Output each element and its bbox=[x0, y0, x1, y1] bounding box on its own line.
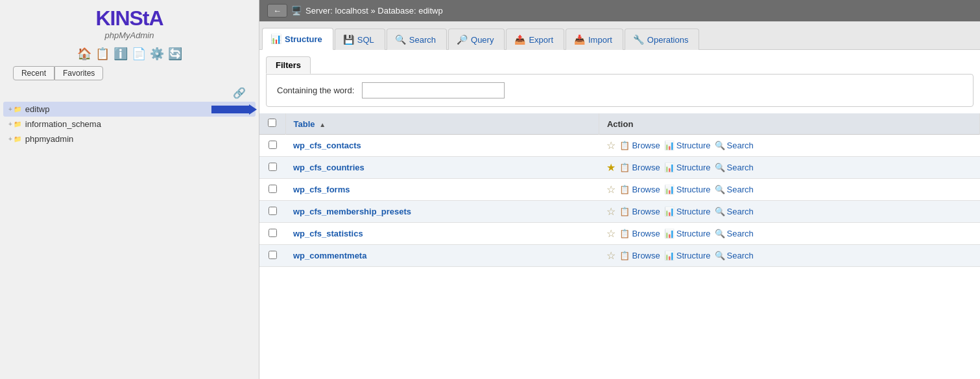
back-button[interactable]: ← bbox=[267, 4, 287, 17]
action-search-wp_cfs_countries[interactable]: 🔍Search bbox=[715, 163, 754, 172]
col-table-name[interactable]: Table ▲ bbox=[285, 113, 599, 135]
import-tab-label: Import bbox=[588, 35, 612, 45]
action-browse-wp_cfs_membership_presets[interactable]: 📋Browse bbox=[619, 207, 660, 216]
db-item-phpmyadmin[interactable]: + 📁 phpmyadmin bbox=[3, 132, 256, 146]
db-expand-editwp[interactable]: + 📁 bbox=[8, 106, 21, 113]
col-action: Action bbox=[599, 113, 979, 135]
sidebar-link-icon[interactable]: 🔗 bbox=[233, 87, 246, 99]
favorites-button[interactable]: Favorites bbox=[54, 66, 103, 80]
table-row: wp_cfs_contacts☆📋Browse📊Structure🔍Search bbox=[259, 135, 980, 157]
checkbox-wp_cfs_countries[interactable] bbox=[269, 163, 277, 171]
actions-wp_cfs_countries: ★📋Browse📊Structure🔍Search bbox=[606, 161, 972, 174]
action-structure-wp_cfs_membership_presets[interactable]: 📊Structure bbox=[664, 207, 711, 216]
query-tab-icon: 🔎 bbox=[457, 34, 468, 45]
actions-wp_cfs_forms: ☆📋Browse📊Structure🔍Search bbox=[606, 183, 972, 196]
action-search-wp_commentmeta[interactable]: 🔍Search bbox=[715, 251, 754, 260]
action-browse-wp_cfs_contacts[interactable]: 📋Browse bbox=[619, 141, 660, 150]
col-table-label[interactable]: Table bbox=[294, 119, 315, 129]
action-browse-wp_cfs_countries[interactable]: 📋Browse bbox=[619, 163, 660, 172]
settings-icon[interactable]: ⚙️ bbox=[150, 47, 164, 61]
checkbox-wp_cfs_forms[interactable] bbox=[269, 185, 277, 193]
action-structure-wp_cfs_statistics[interactable]: 📊Structure bbox=[664, 229, 711, 238]
logo-phpmyadmin: phpMyAdmin bbox=[95, 30, 163, 40]
action-structure-wp_commentmeta[interactable]: 📊Structure bbox=[664, 251, 711, 260]
search-icon: 🔍 bbox=[715, 251, 725, 260]
action-structure-wp_cfs_contacts[interactable]: 📊Structure bbox=[664, 141, 711, 150]
import-tab-icon: 📥 bbox=[574, 34, 585, 45]
actions-wp_cfs_membership_presets: ☆📋Browse📊Structure🔍Search bbox=[606, 205, 972, 218]
sql-tab-icon: 💾 bbox=[343, 34, 354, 45]
table-link-wp_cfs_membership_presets[interactable]: wp_cfs_membership_presets bbox=[293, 207, 411, 216]
structure-icon: 📊 bbox=[664, 141, 675, 150]
tab-search[interactable]: 🔍 Search bbox=[387, 29, 447, 50]
table-row: wp_cfs_countries★📋Browse📊Structure🔍Searc… bbox=[259, 157, 980, 179]
info-icon[interactable]: ℹ️ bbox=[114, 47, 128, 61]
star-wp_cfs_countries[interactable]: ★ bbox=[606, 161, 615, 174]
filter-input[interactable] bbox=[362, 82, 505, 98]
db-item-information-schema[interactable]: + 📁 information_schema bbox=[3, 117, 256, 132]
action-search-wp_cfs_membership_presets[interactable]: 🔍Search bbox=[715, 207, 754, 216]
star-wp_cfs_statistics[interactable]: ☆ bbox=[606, 227, 615, 240]
table-link-wp_cfs_forms[interactable]: wp_cfs_forms bbox=[293, 185, 350, 194]
breadcrumb: Server: localhost » Database: editwp bbox=[305, 6, 443, 16]
select-all-checkbox[interactable] bbox=[268, 119, 276, 127]
page-icon[interactable]: 📄 bbox=[132, 47, 146, 61]
action-browse-wp_cfs_statistics[interactable]: 📋Browse bbox=[619, 229, 660, 238]
table-name-cell-wp_cfs_countries: wp_cfs_countries bbox=[285, 157, 599, 179]
action-structure-wp_cfs_forms[interactable]: 📊Structure bbox=[664, 185, 711, 194]
table-row: wp_commentmeta☆📋Browse📊Structure🔍Search bbox=[259, 245, 980, 267]
checkbox-wp_cfs_contacts[interactable] bbox=[269, 141, 277, 149]
checkbox-wp_cfs_membership_presets[interactable] bbox=[269, 207, 277, 215]
actions-wp_cfs_statistics: ☆📋Browse📊Structure🔍Search bbox=[606, 227, 972, 240]
structure-tab-label: Structure bbox=[285, 34, 322, 44]
action-structure-wp_cfs_countries[interactable]: 📊Structure bbox=[664, 163, 711, 172]
browse-icon: 📋 bbox=[619, 163, 630, 172]
table-link-wp_cfs_countries[interactable]: wp_cfs_countries bbox=[293, 163, 365, 172]
db-item-editwp[interactable]: + 📁 editwp bbox=[3, 102, 256, 117]
tab-structure[interactable]: 📊 Structure bbox=[262, 28, 333, 50]
tab-export[interactable]: 📤 Export bbox=[506, 29, 564, 50]
export-tab-icon: 📤 bbox=[514, 34, 525, 45]
breadcrumb-bar: ← 🖥️ Server: localhost » Database: editw… bbox=[259, 0, 980, 21]
main: ← 🖥️ Server: localhost » Database: editw… bbox=[259, 0, 980, 379]
table-row: wp_cfs_statistics☆📋Browse📊Structure🔍Sear… bbox=[259, 223, 980, 245]
browse-icon: 📋 bbox=[619, 229, 630, 238]
db-expand-information-schema[interactable]: + 📁 bbox=[8, 121, 21, 128]
star-wp_cfs_membership_presets[interactable]: ☆ bbox=[606, 205, 615, 218]
tab-sql[interactable]: 💾 SQL bbox=[335, 29, 385, 50]
search-icon: 🔍 bbox=[715, 163, 725, 172]
table-link-wp_commentmeta[interactable]: wp_commentmeta bbox=[293, 251, 366, 260]
action-search-wp_cfs_contacts[interactable]: 🔍Search bbox=[715, 141, 754, 150]
table-link-wp_cfs_statistics[interactable]: wp_cfs_statistics bbox=[293, 229, 363, 238]
table-actions-cell-wp_cfs_membership_presets: ☆📋Browse📊Structure🔍Search bbox=[599, 201, 979, 223]
table-name-cell-wp_cfs_forms: wp_cfs_forms bbox=[285, 179, 599, 201]
star-wp_cfs_forms[interactable]: ☆ bbox=[606, 183, 615, 196]
checkbox-wp_cfs_statistics[interactable] bbox=[269, 229, 277, 237]
search-icon: 🔍 bbox=[715, 141, 725, 150]
action-browse-wp_commentmeta[interactable]: 📋Browse bbox=[619, 251, 660, 260]
query-tab-label: Query bbox=[471, 35, 494, 45]
structure-icon: 📊 bbox=[664, 207, 675, 216]
db-expand-phpmyadmin[interactable]: + 📁 bbox=[8, 135, 21, 143]
refresh-icon[interactable]: 🔄 bbox=[168, 47, 182, 61]
action-search-wp_cfs_forms[interactable]: 🔍Search bbox=[715, 185, 754, 194]
tab-query[interactable]: 🔎 Query bbox=[448, 29, 505, 50]
recent-button[interactable]: Recent bbox=[13, 66, 54, 80]
tab-operations[interactable]: 🔧 Operations bbox=[625, 29, 700, 50]
checkbox-wp_commentmeta[interactable] bbox=[269, 251, 277, 259]
action-browse-wp_cfs_forms[interactable]: 📋Browse bbox=[619, 185, 660, 194]
star-wp_commentmeta[interactable]: ☆ bbox=[606, 249, 615, 262]
docs-icon[interactable]: 📋 bbox=[95, 47, 110, 61]
plus-icon: + bbox=[8, 106, 12, 113]
table-link-wp_cfs_contacts[interactable]: wp_cfs_contacts bbox=[293, 141, 361, 150]
structure-icon: 📊 bbox=[664, 229, 675, 238]
folder-icon: 📁 bbox=[14, 121, 21, 128]
operations-tab-icon: 🔧 bbox=[633, 34, 644, 45]
action-search-wp_cfs_statistics[interactable]: 🔍Search bbox=[715, 229, 754, 238]
home-icon[interactable]: 🏠 bbox=[77, 47, 91, 61]
blue-arrow bbox=[211, 106, 250, 113]
star-wp_cfs_contacts[interactable]: ☆ bbox=[606, 139, 615, 152]
row-checkbox-0 bbox=[259, 135, 285, 157]
tab-import[interactable]: 📥 Import bbox=[566, 29, 623, 50]
db-name-editwp: editwp bbox=[25, 104, 50, 114]
